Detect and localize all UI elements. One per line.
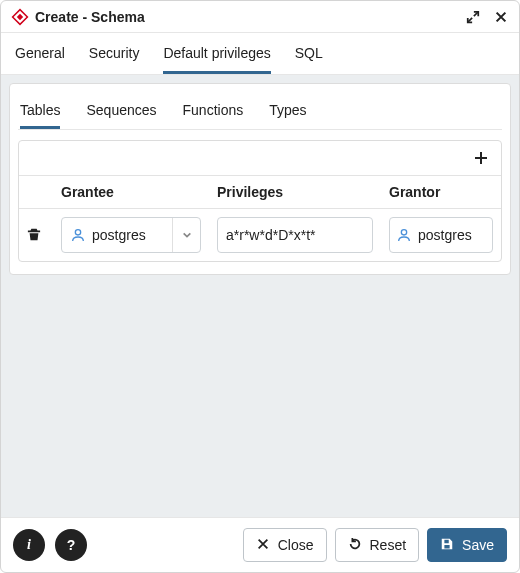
close-label: Close [278, 537, 314, 553]
window-controls [465, 9, 509, 25]
grid-header-row: Grantee Privileges Grantor [19, 176, 501, 209]
help-button[interactable]: ? [55, 529, 87, 561]
top-tabs: General Security Default privileges SQL [1, 33, 519, 75]
svg-point-2 [75, 230, 80, 235]
info-icon: i [27, 537, 31, 553]
reset-button[interactable]: Reset [335, 528, 420, 562]
subtab-types[interactable]: Types [269, 94, 306, 129]
grantee-select[interactable]: postgres [61, 217, 201, 253]
save-icon [440, 537, 456, 553]
dialog-footer: i ? Close Reset [1, 517, 519, 572]
privileges-value: a*r*w*d*D*x*t* [226, 227, 315, 243]
create-schema-dialog: Create - Schema General Security Default… [0, 0, 520, 573]
svg-rect-1 [17, 14, 23, 20]
add-row-button[interactable] [471, 148, 491, 168]
tab-default-privileges[interactable]: Default privileges [163, 33, 270, 74]
subtab-sequences[interactable]: Sequences [86, 94, 156, 129]
close-x-icon [256, 537, 272, 553]
schema-icon [11, 8, 29, 26]
header-grantee: Grantee [53, 176, 209, 209]
close-button[interactable]: Close [243, 528, 327, 562]
user-icon [396, 227, 412, 243]
expand-button[interactable] [465, 9, 481, 25]
table-row: postgres a*r*w*d*D*x*t* [19, 209, 501, 262]
grantor-field[interactable]: postgres [389, 217, 493, 253]
privileges-grid: Grantee Privileges Grantor [18, 140, 502, 262]
help-icon: ? [67, 537, 76, 553]
privileges-input[interactable]: a*r*w*d*D*x*t* [217, 217, 373, 253]
save-button[interactable]: Save [427, 528, 507, 562]
tab-general[interactable]: General [15, 33, 65, 74]
grantor-value: postgres [418, 227, 472, 243]
user-icon [70, 227, 86, 243]
info-button[interactable]: i [13, 529, 45, 561]
save-label: Save [462, 537, 494, 553]
default-privileges-panel: Tables Sequences Functions Types Gr [9, 83, 511, 275]
privilege-sub-tabs: Tables Sequences Functions Types [18, 90, 502, 130]
reset-icon [348, 537, 364, 553]
subtab-tables[interactable]: Tables [20, 94, 60, 129]
subtab-functions[interactable]: Functions [183, 94, 244, 129]
delete-row-button[interactable] [27, 226, 41, 242]
close-icon[interactable] [493, 9, 509, 25]
svg-point-3 [401, 230, 406, 235]
dialog-title: Create - Schema [35, 9, 465, 25]
content-area: Tables Sequences Functions Types Gr [1, 75, 519, 517]
header-delete [19, 176, 53, 209]
grantee-value: postgres [92, 227, 146, 243]
grid-toolbar [19, 141, 501, 175]
header-privileges: Privileges [209, 176, 381, 209]
titlebar: Create - Schema [1, 1, 519, 33]
chevron-down-icon [172, 218, 200, 252]
tab-security[interactable]: Security [89, 33, 140, 74]
reset-label: Reset [370, 537, 407, 553]
grid-table: Grantee Privileges Grantor [19, 175, 501, 261]
tab-sql[interactable]: SQL [295, 33, 323, 74]
header-grantor: Grantor [381, 176, 501, 209]
